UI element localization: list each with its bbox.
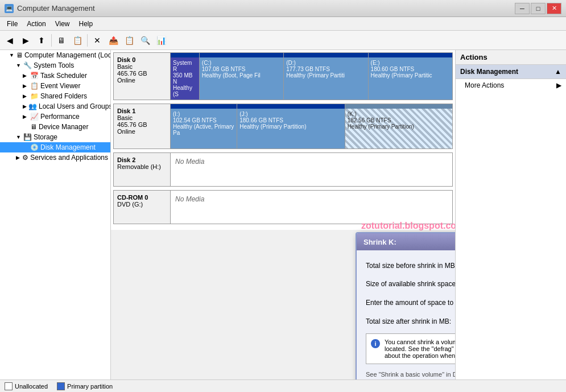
sidebar-item-disk-management[interactable]: ▶ 💿 Disk Management	[0, 142, 110, 152]
exp-lu[interactable]: ▶	[23, 104, 27, 109]
exp-ev[interactable]: ▶	[23, 83, 28, 89]
diskmgmt-icon: 💿	[30, 143, 39, 151]
field-label-2: Size of available shrink space in MB:	[366, 280, 455, 288]
primary-label: Primary partition	[67, 383, 113, 390]
perf-icon: 📈	[30, 113, 39, 121]
window-controls: ─ □ ✕	[515, 3, 561, 14]
exp-sf[interactable]: ▶	[23, 93, 28, 99]
actions-header: Actions	[456, 50, 566, 65]
field-row-4: Total size after shrink in MB:	[366, 315, 455, 328]
sidebar-item-storage[interactable]: ▼ 💾 Storage	[0, 132, 110, 142]
toolbar: ◀ ▶ ⬆ 🖥 📋 ✕ 📤 📋 🔍 📊	[0, 31, 566, 50]
minimize-button[interactable]: ─	[515, 3, 530, 14]
toolbar-delete[interactable]: ✕	[90, 33, 105, 48]
exp-svc[interactable]: ▶	[16, 155, 20, 160]
unallocated-box	[5, 382, 13, 390]
sidebar-item-local-users[interactable]: ▶ 👥 Local Users and Groups	[0, 101, 110, 112]
more-actions-link[interactable]: More Actions ▶	[456, 79, 566, 92]
shrink-dialog: Shrink K: ✕ Total size before shrink in …	[356, 232, 455, 379]
sidebar-item-event-viewer[interactable]: ▶ 📋 Event Viewer	[0, 81, 110, 91]
ts-icon: 📅	[30, 72, 39, 80]
toolbar-show-hide[interactable]: 🖥	[54, 33, 69, 48]
field-row-2: Size of available shrink space in MB:	[366, 278, 455, 290]
info-icon: i	[371, 339, 380, 348]
legend-primary: Primary partition	[57, 382, 113, 390]
expand-icon-st[interactable]: ▼	[16, 63, 22, 68]
stor-icon: 💾	[23, 133, 32, 141]
sidebar-item-services[interactable]: ▶ ⚙ Services and Applications	[0, 152, 110, 163]
menu-view[interactable]: View	[51, 19, 75, 29]
menu-file[interactable]: File	[2, 19, 22, 29]
main-layout: ▼ 🖥 Computer Management (Local ▼ 🔧 Syste…	[0, 50, 566, 379]
sidebar: ▼ 🖥 Computer Management (Local ▼ 🔧 Syste…	[0, 50, 111, 379]
dialog-info-text: You cannot shrink a volume beyond the po…	[385, 339, 455, 359]
menu-action[interactable]: Action	[22, 19, 50, 29]
toolbar-up[interactable]: ⬆	[34, 33, 49, 48]
sidebar-item-shared-folders[interactable]: ▶ 📁 Shared Folders	[0, 91, 110, 101]
sidebar-item-performance[interactable]: ▶ 📈 Performance	[0, 112, 110, 122]
more-actions-label: More Actions	[465, 81, 504, 89]
unallocated-label: Unallocated	[15, 383, 48, 390]
sidebar-item-device-manager[interactable]: ▶ 🖥 Device Manager	[0, 122, 110, 132]
window-title: Computer Management	[17, 4, 95, 13]
sidebar-item-label: Computer Management (Local	[24, 51, 111, 59]
lu-icon: 👥	[28, 102, 37, 110]
status-bar: Unallocated Primary partition	[0, 379, 566, 392]
toolbar-sep-1	[51, 34, 52, 47]
app-icon: 💻	[5, 4, 14, 13]
exp-stor[interactable]: ▼	[16, 134, 22, 140]
toolbar-export[interactable]: 📤	[106, 33, 121, 48]
title-bar: 💻 Computer Management ─ □ ✕	[0, 0, 566, 17]
toolbar-properties[interactable]: 📋	[70, 33, 85, 48]
field-label-1: Total size before shrink in MB:	[366, 262, 455, 270]
toolbar-chart[interactable]: 📊	[154, 33, 168, 48]
content-wrapper: zotutorial.blogspot.com Disk 0 Basic 465…	[111, 50, 455, 379]
menu-bar: File Action View Help	[0, 17, 566, 31]
sidebar-label-diskmgmt: Disk Management	[40, 143, 96, 151]
actions-collapse-icon[interactable]: ▲	[555, 68, 561, 76]
svc-icon: ⚙	[22, 154, 28, 162]
dialog-help-text: See "Shrink a basic volume" in Disk Mana…	[366, 371, 455, 378]
sidebar-label-st: System Tools	[34, 61, 74, 69]
toolbar-forward[interactable]: ▶	[18, 33, 33, 48]
toolbar-sep-2	[87, 34, 88, 47]
sidebar-item-computer-management[interactable]: ▼ 🖥 Computer Management (Local	[0, 50, 110, 60]
toolbar-copy[interactable]: 📋	[122, 33, 137, 48]
field-label-3: Enter the amount of space to shrink in M…	[366, 299, 455, 307]
dialog-title-text: Shrink K:	[363, 238, 396, 246]
toolbar-back[interactable]: ◀	[2, 33, 17, 48]
primary-box	[57, 382, 65, 390]
sidebar-item-task-scheduler[interactable]: ▶ 📅 Task Scheduler	[0, 71, 110, 81]
field-row-3: Enter the amount of space to shrink in M…	[366, 296, 455, 310]
close-button[interactable]: ✕	[547, 3, 561, 14]
more-actions-arrow: ▶	[556, 81, 561, 89]
sidebar-label-ts: Task Scheduler	[40, 72, 87, 80]
toolbar-search[interactable]: 🔍	[138, 33, 152, 48]
dm-icon: 🖥	[30, 123, 37, 131]
dialog-info-box: i You cannot shrink a volume beyond the …	[366, 333, 455, 364]
maximize-button[interactable]: □	[531, 3, 546, 14]
expand-icon[interactable]: ▼	[9, 52, 14, 58]
exp-ts[interactable]: ▶	[23, 73, 28, 79]
sidebar-label-perf: Performance	[40, 113, 80, 121]
dialog-overlay: Shrink K: ✕ Total size before shrink in …	[111, 50, 455, 379]
actions-section-label: Disk Management	[460, 68, 518, 76]
field-label-4: Total size after shrink in MB:	[366, 317, 455, 325]
menu-help[interactable]: Help	[75, 19, 98, 29]
sidebar-label-stor: Storage	[34, 133, 57, 141]
actions-section-title: Disk Management ▲	[456, 65, 566, 79]
dialog-title-bar: Shrink K: ✕	[357, 233, 455, 250]
sidebar-item-system-tools[interactable]: ▼ 🔧 System Tools	[0, 60, 110, 71]
dialog-body: Total size before shrink in MB: Size of …	[357, 250, 455, 379]
sidebar-label-ev: Event Viewer	[40, 82, 80, 90]
sidebar-label-sf: Shared Folders	[40, 92, 87, 100]
cm-icon: 🖥	[16, 51, 23, 59]
actions-panel: Actions Disk Management ▲ More Actions ▶	[455, 50, 566, 379]
ev-icon: 📋	[30, 82, 39, 90]
st-icon: 🔧	[23, 61, 32, 69]
sidebar-label-svc: Services and Applications	[30, 154, 108, 162]
exp-perf[interactable]: ▶	[23, 114, 28, 119]
sf-icon: 📁	[30, 92, 39, 100]
sidebar-label-dm: Device Manager	[39, 123, 88, 131]
field-row-1: Total size before shrink in MB:	[366, 259, 455, 272]
